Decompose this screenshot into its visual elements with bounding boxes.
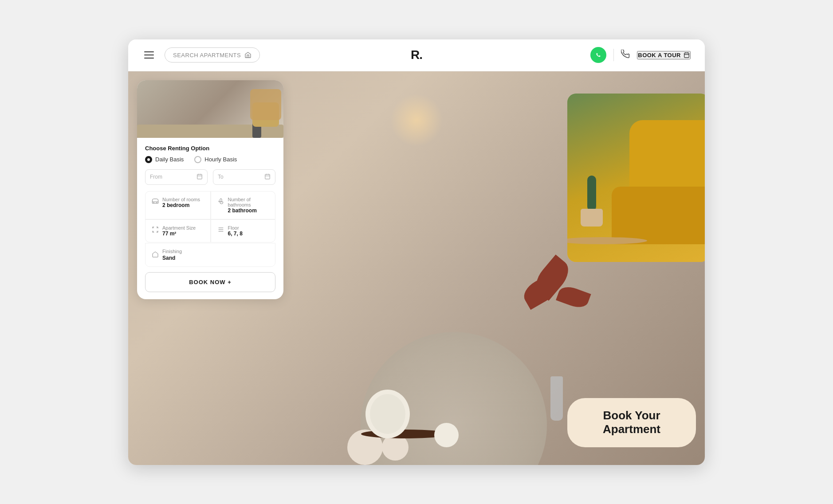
floor-icon [217, 226, 224, 235]
table-right-decoration [567, 237, 647, 244]
size-value: 77 m² [162, 231, 196, 237]
hourly-basis-option[interactable]: Hourly Basis [194, 156, 237, 163]
book-now-label: BOOK NOW + [189, 279, 232, 285]
bath-icon [217, 198, 224, 207]
chair-seat-decoration [612, 187, 705, 244]
svg-rect-8 [265, 174, 270, 179]
hero-section: Book Your Apartment Choose Renting Optio… [128, 71, 705, 465]
floor-label: Floor [228, 225, 243, 231]
size-label: Apartment Size [162, 225, 196, 231]
finishing-icon [152, 251, 159, 260]
nav-right: BOOK A TOUR [590, 47, 691, 63]
hourly-basis-radio[interactable] [194, 156, 201, 163]
bathrooms-value: 2 bathroom [228, 207, 269, 214]
browser-window: SEARCH APARTMENTS R. [128, 39, 705, 465]
floor-value: 6, 7, 8 [228, 231, 243, 237]
nav-logo: R. [411, 48, 422, 62]
to-label: To [218, 174, 224, 180]
vase-body [550, 376, 563, 421]
rooms-value: 2 bedroom [162, 202, 200, 208]
navbar: SEARCH APARTMENTS R. [128, 39, 705, 71]
candle-group [365, 390, 410, 438]
finishing-value: Sand [162, 255, 182, 261]
widget-body: Choose Renting Option Daily Basis Hourly… [137, 138, 283, 267]
right-image-panel [567, 94, 705, 262]
radio-group: Daily Basis Hourly Basis [145, 156, 275, 163]
from-date-input[interactable]: From [145, 169, 208, 185]
size-icon [152, 226, 159, 235]
svg-rect-0 [684, 53, 689, 57]
home-icon [244, 51, 251, 59]
phone-icon[interactable] [621, 50, 630, 61]
bathrooms-cell: Number of bathrooms 2 bathroom [211, 191, 275, 219]
details-grid: Number of rooms 2 bedroom [145, 191, 275, 242]
book-apartment-card[interactable]: Book Your Apartment [567, 398, 696, 447]
to-date-input[interactable]: To [213, 169, 275, 185]
candle-large [365, 390, 410, 438]
svg-rect-4 [197, 174, 202, 179]
nav-left: SEARCH APARTMENTS [142, 47, 260, 63]
book-now-button[interactable]: BOOK NOW + [145, 272, 275, 292]
date-row: From To [145, 169, 275, 185]
hourly-basis-label: Hourly Basis [204, 156, 237, 163]
daily-basis-label: Daily Basis [155, 156, 184, 163]
rooms-cell: Number of rooms 2 bedroom [145, 191, 210, 219]
finishing-info: Finishing Sand [162, 249, 182, 261]
to-calendar-icon [264, 173, 271, 181]
candle-small [434, 423, 459, 447]
daily-basis-radio[interactable] [145, 156, 152, 163]
book-tour-label: BOOK A TOUR [638, 52, 681, 59]
whatsapp-button[interactable] [590, 47, 606, 63]
widget-image [137, 80, 283, 138]
widget-image-inner [137, 80, 283, 138]
search-button[interactable]: SEARCH APARTMENTS [165, 47, 260, 63]
book-apartment-title: Book Your Apartment [581, 409, 683, 436]
nav-divider [613, 49, 614, 61]
search-label: SEARCH APARTMENTS [173, 52, 241, 59]
bathrooms-label: Number of bathrooms [228, 197, 269, 207]
size-cell: Apartment Size 77 m² [145, 219, 210, 242]
right-image-content [567, 94, 705, 262]
book-tour-button[interactable]: BOOK A TOUR [637, 51, 691, 59]
from-calendar-icon [196, 173, 203, 181]
lamp-glow [390, 94, 443, 147]
plant-decoration [550, 376, 563, 421]
daily-basis-option[interactable]: Daily Basis [145, 156, 184, 163]
finishing-label: Finishing [162, 249, 182, 254]
booking-widget: Choose Renting Option Daily Basis Hourly… [137, 80, 283, 299]
widget-chair-back [250, 89, 281, 120]
hamburger-icon[interactable] [142, 50, 156, 60]
from-label: From [150, 174, 162, 180]
floor-cell: Floor 6, 7, 8 [211, 219, 275, 242]
renting-option-label: Choose Renting Option [145, 145, 275, 152]
rooms-label: Number of rooms [162, 197, 200, 202]
finishing-cell: Finishing Sand [145, 243, 275, 267]
bed-icon [152, 198, 159, 207]
